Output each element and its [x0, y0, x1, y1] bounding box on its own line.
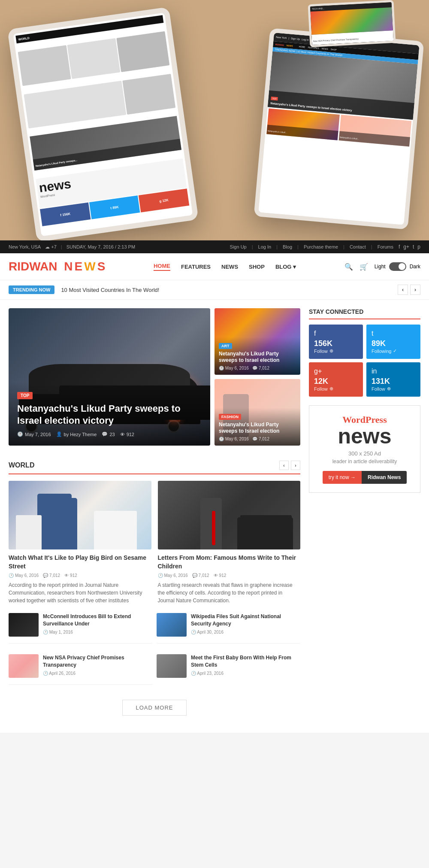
twitter-action: Following ✓ — [372, 348, 415, 354]
world-grid: Watch What It's Like to Play Big Bird on… — [9, 481, 300, 604]
content-grid: TOP Netanyachu's Likud Party sweeps to I… — [9, 308, 420, 724]
ad-news: news — [318, 425, 411, 447]
small-article-4-title[interactable]: Meet the First Baby Born With Help From … — [191, 654, 300, 669]
stay-connected: STAY CONNECTED f 156K Follow ⊕ t 89K Fol… — [309, 308, 420, 397]
social-google[interactable]: g+ 12K Follow ⊕ — [309, 362, 363, 397]
facebook-count: 156K — [314, 339, 358, 348]
featured-meta: 🕐 May 7, 2016 👤 by Hezy Theme 💬 23 👁 912 — [17, 431, 202, 437]
world-card-1-title[interactable]: Watch What It's Like to Play Big Bird on… — [9, 554, 151, 571]
featured-views: 👁 912 — [120, 432, 134, 437]
toggle-knob — [399, 263, 405, 270]
social-facebook[interactable]: f 156K Follow ⊕ — [309, 325, 363, 359]
small-article-1-date: 🕐 May 1, 2016 — [43, 630, 152, 634]
featured-author: 👤 by Hezy Theme — [56, 431, 97, 437]
small-article-3-date: 🕐 April 26, 2016 — [43, 671, 152, 676]
trending-bar: TRENDING NOW 10 Most Visited Countries I… — [0, 280, 429, 300]
main-nav: HOME FEATURES NEWS SHOP BLOG ▾ — [154, 263, 296, 271]
load-more-button[interactable]: LOAD MORE — [122, 700, 186, 716]
world-prev[interactable]: ‹ — [279, 461, 289, 470]
googleplus-icon[interactable]: g+ — [403, 244, 409, 250]
small-article-1-info: McConnell Introduces Bill to Extend Surv… — [43, 613, 152, 637]
side-article-art[interactable]: ART Netanyahu's Likud Party sweeps to Is… — [214, 308, 300, 375]
small-article-3: New NSA Privacy Chief Promises Transpare… — [9, 654, 152, 685]
logo-e1: E — [75, 260, 83, 273]
theme-dark-label: Dark — [410, 264, 420, 270]
twitter-icon[interactable]: t — [413, 244, 414, 250]
ad-cta: try it now → Ridwan News — [318, 471, 411, 484]
nav-features[interactable]: FEATURES — [181, 264, 211, 270]
left-column: TOP Netanyachu's Likud Party sweeps to I… — [9, 308, 300, 724]
world-card-2-meta: 🕐 May 6, 2016 💬 7,012 👁 912 — [158, 573, 301, 578]
purchase-link[interactable]: Purchase theme — [304, 244, 338, 249]
featured-main[interactable]: TOP Netanyachu's Likud Party sweeps to I… — [9, 308, 210, 446]
nav-blog[interactable]: BLOG ▾ — [275, 264, 296, 270]
theme-toggle: Light Dark — [375, 262, 420, 271]
world-card-1: Watch What It's Like to Play Big Bird on… — [9, 481, 151, 604]
world-card-2-title[interactable]: Letters From Mom: Famous Moms Write to T… — [158, 554, 301, 571]
world-card-2-text: A startling research reveals that flaws … — [158, 581, 301, 604]
google-count: 12K — [314, 377, 358, 386]
top-bar-right: Sign Up | Log In | Blog | Purchase theme… — [230, 244, 420, 250]
ad-box: WordPress news 300 x 250 Ad leader in ar… — [309, 405, 420, 493]
side-overlay-art: ART Netanyahu's Likud Party sweeps to Is… — [214, 337, 300, 375]
stay-connected-title: STAY CONNECTED — [309, 308, 420, 319]
cart-icon[interactable]: 🛒 — [360, 263, 368, 271]
small-article-1-image — [9, 613, 39, 637]
side-articles: ART Netanyahu's Likud Party sweeps to Is… — [214, 308, 300, 452]
twitter-count: 89K — [372, 339, 415, 348]
tablet-right: New York|Sign UpLog InBlog RIDWAN NEWS H… — [254, 28, 424, 230]
nav-news[interactable]: NEWS — [221, 264, 238, 270]
small-article-2-date: 🕐 April 30, 2016 — [191, 630, 300, 634]
side-overlay-fashion: FASHION Netanyahu's Likud Party sweeps t… — [214, 408, 300, 446]
nav-home[interactable]: HOME — [154, 263, 170, 271]
logo-w: W — [84, 260, 95, 273]
small-article-2-image — [157, 613, 187, 637]
linkedin-action: Follow ⊕ — [372, 386, 415, 392]
world-next[interactable]: › — [291, 461, 300, 470]
hero-mockup: WORLD Netanyahu's Likud Party sweeps... … — [0, 0, 429, 240]
logo[interactable]: RIDWAN N E W S — [9, 260, 105, 273]
google-action: Follow ⊕ — [314, 386, 358, 392]
small-article-4-date: 🕐 April 23, 2016 — [191, 671, 300, 676]
facebook-icon[interactable]: f — [399, 244, 400, 250]
search-icon[interactable]: 🔍 — [344, 263, 353, 271]
social-twitter[interactable]: t 89K Following ✓ — [366, 325, 420, 359]
small-article-4-info: Meet the First Baby Born With Help From … — [191, 654, 300, 678]
blog-link[interactable]: Blog — [283, 244, 292, 249]
small-article-4-image — [157, 654, 187, 678]
login-link[interactable]: Log In — [258, 244, 272, 249]
world-card-2: Letters From Mom: Famous Moms Write to T… — [158, 481, 301, 604]
trending-next[interactable]: › — [410, 285, 420, 295]
world-section-header: WORLD ‹ › — [9, 461, 300, 474]
contact-link[interactable]: Contact — [350, 244, 366, 249]
twitter-icon: t — [372, 330, 415, 337]
nav-shop[interactable]: SHOP — [249, 264, 265, 270]
ad-cta-label: Ridwan News — [362, 471, 407, 484]
main-content: TOP Netanyachu's Likud Party sweeps to I… — [0, 300, 429, 733]
small-article-2-title[interactable]: Wikipedia Files Suit Against National Se… — [191, 613, 300, 628]
ad-tagline: leader in article deliverability — [318, 458, 411, 464]
facebook-icon: f — [314, 330, 358, 337]
theme-switch[interactable] — [389, 262, 406, 271]
small-article-3-image — [9, 654, 39, 678]
featured-overlay: TOP Netanyachu's Likud Party sweeps to I… — [9, 382, 210, 446]
world-card-1-meta: 🕐 May 6, 2016 💬 7,012 👁 912 — [9, 573, 151, 578]
pinterest-icon[interactable]: p — [417, 244, 420, 250]
forums-link[interactable]: Forums — [378, 244, 393, 249]
signup-link[interactable]: Sign Up — [230, 244, 247, 249]
social-linkedin[interactable]: in 131K Follow ⊕ — [366, 362, 420, 397]
small-article-1-title[interactable]: McConnell Introduces Bill to Extend Surv… — [43, 613, 152, 628]
world-card-1-text: According to the report printed in Journ… — [9, 581, 151, 604]
load-more: LOAD MORE — [9, 691, 300, 724]
ad-size: 300 x 250 Ad — [318, 450, 411, 457]
trending-prev[interactable]: ‹ — [398, 285, 408, 295]
tablet-left: WORLD Netanyahu's Likud Party sweeps... … — [7, 7, 199, 240]
small-article-3-title[interactable]: New NSA Privacy Chief Promises Transpare… — [43, 654, 152, 669]
side-article-fashion[interactable]: FASHION Netanyahu's Likud Party sweeps t… — [214, 379, 300, 446]
linkedin-icon: in — [372, 367, 415, 375]
world-section-nav: ‹ › — [279, 461, 300, 470]
nav-right: 🔍 🛒 Light Dark — [344, 262, 420, 271]
ad-cta-button[interactable]: try it now → — [323, 471, 362, 484]
top-bar-left: New York, USA ☁ +7 | SUNDAY, May 7, 2016… — [9, 244, 135, 250]
small-article-1: McConnell Introduces Bill to Extend Surv… — [9, 613, 152, 643]
